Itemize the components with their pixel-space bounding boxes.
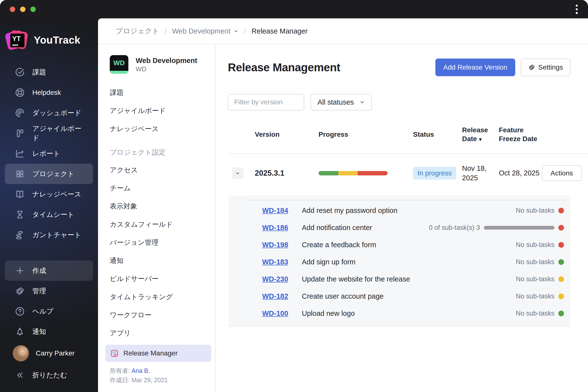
sidebar-nav: 課題 Helpdesk ダッシュボード アジャイルボード レポート	[0, 62, 98, 245]
project-name: Web Development	[136, 56, 197, 66]
breadcrumb-projects[interactable]: プロジェクト	[116, 26, 159, 36]
zoom-window-button[interactable]	[30, 6, 36, 12]
user-avatar	[13, 345, 29, 362]
project-short-name: WD	[136, 66, 197, 73]
sidebar-item-dashboards[interactable]: ダッシュボード	[5, 103, 93, 123]
task-row: WD-182 Create user account page No sub-t…	[228, 288, 570, 305]
sidebar-item-knowledge-base[interactable]: ナレッジベース	[5, 184, 93, 204]
project-menu-notifications[interactable]: 通知	[110, 252, 208, 270]
owner-link[interactable]: Ana B.	[132, 367, 150, 374]
subtask-progress-bar	[484, 226, 554, 230]
project-menu-team[interactable]: チーム	[110, 179, 208, 197]
task-row: WD-230 Update the website for the releas…	[228, 270, 570, 288]
project-menu: 課題 アジャイルボード ナレッジベース プロジェクト設定 アクセス チーム 表示…	[110, 84, 208, 362]
youtrack-logo: YT YouTrack	[0, 23, 98, 62]
collapse-sidebar-button[interactable]: 折りたたむ	[5, 365, 93, 385]
sidebar-item-projects[interactable]: プロジェクト	[5, 164, 93, 184]
sidebar-item-gantt-charts[interactable]: ガントチャート	[5, 225, 93, 245]
issue-link[interactable]: WD-182	[262, 292, 301, 300]
project-menu-workflow[interactable]: ワークフロー	[110, 306, 208, 324]
priority-dot	[558, 276, 564, 282]
filter-by-version-input[interactable]	[228, 94, 304, 110]
column-release-date[interactable]: Release Date▼	[462, 126, 499, 144]
knowledge-book-icon	[15, 189, 25, 200]
priority-dot	[558, 208, 564, 214]
project-menu-access[interactable]: アクセス	[110, 161, 208, 179]
sidebar-item-help[interactable]: ヘルプ	[5, 301, 93, 322]
expand-release-button[interactable]	[232, 167, 244, 179]
dashboard-icon	[15, 108, 25, 118]
project-menu-build-servers[interactable]: ビルドサーバー	[110, 270, 208, 288]
task-row: WD-184 Add reset my password option No s…	[228, 202, 570, 219]
project-menu-issues[interactable]: 課題	[110, 84, 208, 102]
release-table-header: Version Progress Status Release Date▼ Fe…	[228, 126, 588, 144]
sidebar-item-timesheets[interactable]: タイムシート	[5, 204, 93, 225]
release-row: 2025.3.1 In progress Nov 18, 2025 Oct 28…	[228, 154, 588, 183]
issue-link[interactable]: WD-230	[262, 275, 301, 283]
column-feature-freeze-date: Feature Freeze Date	[499, 126, 542, 144]
lifebuoy-icon	[15, 88, 25, 98]
release-manager-icon	[110, 349, 119, 358]
project-menu-version-control[interactable]: バージョン管理	[110, 234, 208, 252]
release-tasks-panel: WD-184 Add reset my password option No s…	[228, 196, 570, 326]
release-version: 2025.3.1	[246, 169, 307, 178]
chevron-down-icon	[235, 170, 240, 176]
project-menu-custom-fields[interactable]: カスタムフィールド	[110, 215, 208, 234]
issue-link[interactable]: WD-186	[262, 224, 301, 232]
priority-dot	[558, 259, 564, 265]
user-name: Carry Parker	[36, 349, 75, 357]
project-settings-header: プロジェクト設定	[110, 138, 208, 161]
column-status: Status	[413, 130, 462, 139]
breadcrumb-project-selector[interactable]: Web Development	[172, 27, 239, 35]
settings-button[interactable]: Settings	[520, 58, 570, 76]
project-menu-visibility[interactable]: 表示対象	[110, 197, 208, 215]
bell-icon	[15, 326, 25, 337]
create-button[interactable]: 作成	[5, 260, 93, 281]
issues-check-icon	[15, 67, 25, 78]
project-panel: WD Web Development WD 課題 アジャイルボード ナレッジベー…	[98, 44, 216, 392]
user-menu[interactable]: Carry Parker	[5, 342, 93, 365]
sidebar-item-issues[interactable]: 課題	[5, 62, 93, 82]
project-menu-time-tracking[interactable]: タイムトラッキング	[110, 288, 208, 306]
plus-icon	[15, 266, 25, 276]
sidebar-item-helpdesk[interactable]: Helpdesk	[5, 82, 93, 103]
release-date: Nov 18, 2025	[462, 164, 499, 183]
app-window: YT YouTrack 課題 Helpdesk ダッシュボード	[0, 0, 588, 392]
actions-button[interactable]: Actions	[542, 166, 582, 181]
column-version: Version	[246, 130, 307, 139]
issue-link[interactable]: WD-198	[262, 241, 301, 249]
project-menu-agile-boards[interactable]: アジャイルボード	[110, 102, 208, 120]
breadcrumb: プロジェクト / Web Development / Release Manag…	[98, 18, 588, 44]
close-window-button[interactable]	[10, 6, 15, 12]
kebab-menu-icon[interactable]	[574, 3, 579, 16]
sidebar-item-notifications[interactable]: 通知	[5, 322, 93, 342]
project-menu-release-manager[interactable]: Release Manager	[105, 345, 211, 362]
release-management-main: Release Management Add Release Version S…	[216, 44, 588, 392]
sidebar-item-administration[interactable]: 管理	[5, 281, 93, 301]
project-header: WD Web Development WD	[110, 55, 208, 74]
sidebar-item-reports[interactable]: レポート	[5, 143, 93, 164]
gear-icon	[15, 286, 25, 296]
sidebar: YT YouTrack 課題 Helpdesk ダッシュボード	[0, 18, 98, 392]
report-chart-icon	[15, 148, 25, 159]
add-release-version-button[interactable]: Add Release Version	[435, 58, 515, 76]
project-meta: 所有者: Ana B. 作成日: Mar 29, 2021	[110, 366, 208, 385]
issue-link[interactable]: WD-184	[262, 206, 301, 214]
project-menu-apps[interactable]: アプリ	[110, 324, 208, 342]
project-avatar: WD	[110, 55, 128, 74]
priority-dot	[558, 311, 564, 316]
task-row: WD-183 Add sign up form No sub-tasks	[228, 253, 570, 270]
status-filter-select[interactable]: All statuses	[311, 94, 372, 110]
sort-descending-icon: ▼	[478, 137, 483, 142]
project-menu-knowledge-base[interactable]: ナレッジベース	[110, 120, 208, 138]
sidebar-bottom-nav: 作成 管理 ヘルプ 通知 Carry Parker	[0, 260, 98, 385]
minimize-window-button[interactable]	[20, 6, 26, 12]
issue-link[interactable]: WD-183	[262, 258, 301, 266]
titlebar	[0, 0, 588, 18]
chevron-down-icon	[233, 28, 239, 34]
priority-dot	[558, 294, 564, 299]
sidebar-item-agile-boards[interactable]: アジャイルボード	[5, 123, 93, 143]
feature-freeze-date: Oct 28, 2025	[499, 168, 542, 178]
issue-link[interactable]: WD-100	[262, 310, 301, 318]
collapse-double-chevron-icon	[15, 370, 25, 380]
